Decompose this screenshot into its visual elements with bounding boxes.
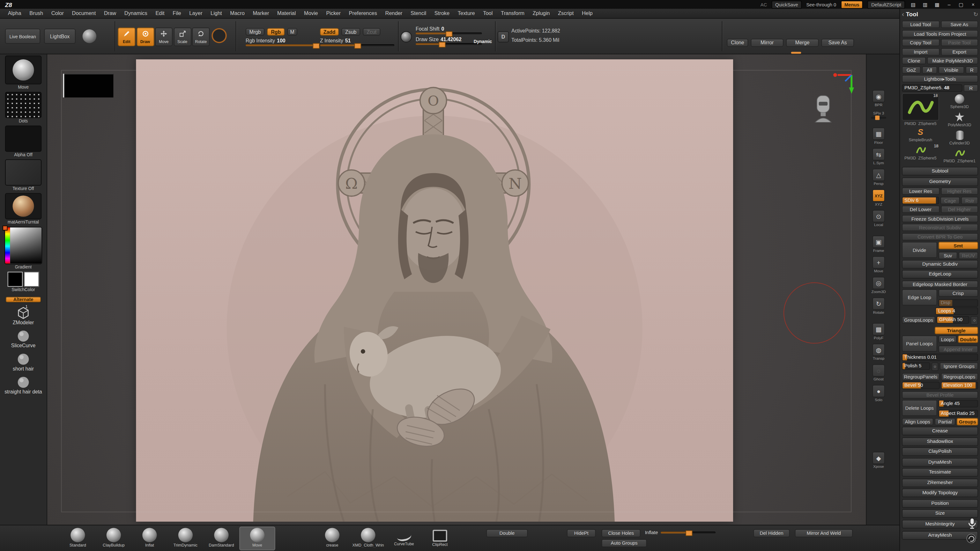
focal-shift-slider[interactable] <box>416 33 482 35</box>
menu-dynamics[interactable]: Dynamics <box>120 9 151 18</box>
viewport-canvas[interactable]: Ω Ο Ν <box>47 54 866 524</box>
hdr-shadowbox[interactable]: ShadowBox <box>902 437 978 445</box>
panel-menu-icon[interactable]: ↻ <box>973 11 978 17</box>
persp-icon[interactable]: △ <box>872 169 885 181</box>
btn-loops[interactable]: Loops <box>938 335 957 343</box>
xpose-icon[interactable]: ◆ <box>872 451 885 464</box>
switch-color-tile[interactable]: SwitchColor <box>4 272 43 292</box>
btn-panel-loops[interactable]: Panel Loops <box>902 335 937 352</box>
tool-thumb-sphere3d[interactable]: Sphere3D <box>941 93 978 111</box>
hdr-position[interactable]: Position <box>902 499 978 507</box>
columns-icon[interactable]: ▥ <box>921 2 929 7</box>
btn-suv[interactable]: Suv <box>938 252 957 260</box>
menu-alpha[interactable]: Alpha <box>4 9 25 18</box>
btn-rstr[interactable]: Rstr <box>961 197 978 204</box>
rshelf-zoom3d[interactable]: ◎Zoom3D <box>869 277 888 294</box>
tray-item-zmodeler[interactable]: 1ZModeler <box>13 306 34 326</box>
menu-zscript[interactable]: Zscript <box>554 9 578 18</box>
hidept-button[interactable]: HidePt <box>567 529 596 537</box>
btn-reuv[interactable]: ReUV <box>959 252 978 260</box>
rshelf-solo[interactable]: ●Solo <box>869 385 888 402</box>
tray-item-slicecurve[interactable]: SliceCurve <box>11 329 35 349</box>
rshelf-bpr[interactable]: ◉BPR <box>869 90 888 107</box>
rgb-intensity-slider[interactable] <box>246 44 320 46</box>
hdr-zremesher[interactable]: ZRemesher <box>902 478 978 487</box>
toggle-dot[interactable]: ○ <box>932 362 939 371</box>
l-sym-icon[interactable]: ⇆ <box>872 148 885 160</box>
menu-zplugin[interactable]: Zplugin <box>528 9 554 18</box>
btn-lower-res[interactable]: Lower Res <box>902 187 939 195</box>
secondary-color-swatch[interactable] <box>24 272 39 287</box>
menus-button[interactable]: Menus <box>841 0 863 8</box>
color-picker-tile[interactable]: Gradient <box>4 227 43 269</box>
slider-angle-45[interactable]: Angle 45 <box>938 400 978 408</box>
tray-item-straight-hair-deta[interactable]: straight hair deta <box>5 375 42 395</box>
btn-r[interactable]: R <box>965 66 978 74</box>
btn-paste-tool[interactable]: Paste Tool <box>941 38 978 46</box>
rshelf-spix-3[interactable]: SPix 3 <box>869 111 888 119</box>
ghost-icon[interactable]: ◌ <box>872 364 885 376</box>
btn-append-inner[interactable]: Append Inner <box>938 345 978 353</box>
rgb-button[interactable]: Rgb <box>267 28 285 36</box>
tool-thumb-cylinder3d[interactable]: Cylinder3D <box>941 129 978 147</box>
dynamic-icon[interactable]: D <box>498 31 509 43</box>
zoom3d-icon[interactable]: ◎ <box>872 277 885 289</box>
hdr-meshintegrity[interactable]: MeshIntegrity <box>902 519 978 528</box>
see-through-slider[interactable]: See-through 0 <box>806 2 836 7</box>
btn-regrouppanels[interactable]: RegroupPanels <box>902 373 939 380</box>
hdr-edgeloop[interactable]: EdgeLoop <box>902 270 978 278</box>
close-icon[interactable]: × <box>969 2 977 7</box>
quicksave-button[interactable]: QuickSave <box>772 0 802 8</box>
rotate-icon[interactable]: ↻ <box>872 297 885 310</box>
btn-lightbox-tools[interactable]: Lightbox▸Tools <box>902 75 978 83</box>
mirror-button[interactable]: Mirror <box>751 38 783 46</box>
preview-sphere-icon[interactable] <box>83 29 96 43</box>
current-alpha-tile[interactable]: Alpha Off <box>4 125 43 157</box>
menu-document[interactable]: Document <box>68 9 100 18</box>
live-boolean-button[interactable]: Live Boolean <box>5 29 40 44</box>
current-texture-tile[interactable]: Texture Off <box>4 159 43 191</box>
zadd-button[interactable]: Zadd <box>320 28 339 36</box>
brush-trimdynamic[interactable]: TrimDynamic <box>167 527 204 550</box>
slider-polish-5[interactable]: Polish 5 <box>902 362 930 370</box>
menu-material[interactable]: Material <box>273 9 300 18</box>
dynamic-mode-label[interactable]: Dynamic <box>474 39 492 44</box>
mrgb-button[interactable]: Mrgb <box>246 28 264 36</box>
frame-icon[interactable]: ▣ <box>872 236 885 248</box>
menu-movie[interactable]: Movie <box>300 9 322 18</box>
rshelf-rotate[interactable]: ↻Rotate <box>869 297 888 314</box>
brush-xmd-cloth-wrin[interactable]: XMD_Cloth_Wrin <box>350 527 386 550</box>
slider-elevation-100[interactable]: Elevation 100 <box>941 382 978 389</box>
btn-goz[interactable]: GoZ <box>902 66 921 74</box>
z-intensity-slider[interactable] <box>320 44 394 46</box>
tray-item-short-hair[interactable]: short hair <box>13 353 34 372</box>
local-icon[interactable]: ⊙ <box>872 210 885 222</box>
double-button[interactable]: Double <box>486 529 528 537</box>
btn-freeze-subdivision-levels[interactable]: Freeze SubDivision Levels <box>902 214 978 222</box>
btn-export[interactable]: Export <box>941 48 978 56</box>
menu-transform[interactable]: Transform <box>497 9 528 18</box>
bpr-icon[interactable]: ◉ <box>872 90 885 102</box>
polyf-icon[interactable]: ▩ <box>872 323 885 335</box>
btn-reconstruct-subdiv[interactable]: Reconstruct Subdiv <box>902 224 978 231</box>
menu-stencil[interactable]: Stencil <box>406 9 430 18</box>
spix-3-slider[interactable] <box>871 117 886 119</box>
brush-crease[interactable]: crease <box>314 527 350 550</box>
clone-button[interactable]: Clone <box>727 38 748 46</box>
move-icon[interactable]: + <box>872 256 885 268</box>
btn-cage[interactable]: Cage <box>940 197 960 204</box>
current-brush-tile[interactable]: Move <box>4 56 43 89</box>
rshelf-frame[interactable]: ▣Frame <box>869 236 888 252</box>
close-holes-button[interactable]: Close Holes <box>601 529 640 537</box>
btn-crisp[interactable]: Crisp <box>938 289 978 297</box>
auto-groups-button[interactable]: Auto Groups <box>601 539 647 547</box>
menu-picker[interactable]: Picker <box>322 9 345 18</box>
hdr-size[interactable]: Size <box>902 509 978 518</box>
corner-badge-icon[interactable] <box>966 534 977 543</box>
btn-convert-bpr-to-geo[interactable]: Convert BPR To Geo <box>902 233 978 240</box>
slider-loops-4[interactable]: Loops 4 <box>935 307 978 315</box>
mirror-and-weld-button[interactable]: Mirror And Weld <box>795 529 853 537</box>
active-tool-r-button[interactable]: R <box>964 84 978 92</box>
btn-import[interactable]: Import <box>902 48 939 56</box>
solo-icon[interactable]: ● <box>872 385 885 397</box>
